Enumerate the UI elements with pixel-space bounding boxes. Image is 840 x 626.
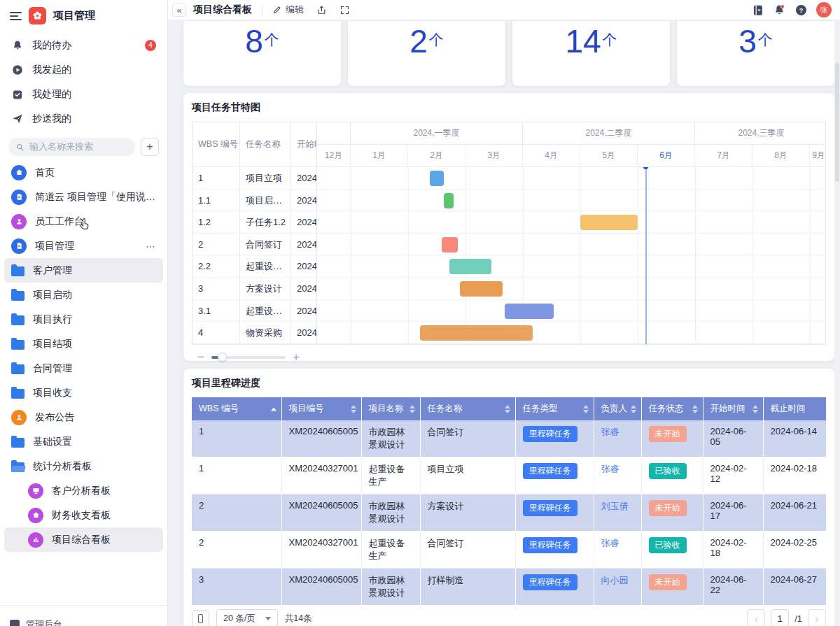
sidebar-item-13[interactable]: 统计分析看板 bbox=[4, 454, 163, 478]
column-header-任务类型[interactable]: 任务类型 bbox=[515, 397, 594, 420]
stat-card-1[interactable]: 8个 bbox=[183, 21, 341, 86]
hamburger-menu-icon[interactable] bbox=[10, 12, 22, 20]
sidebar-item-1[interactable]: 首页 bbox=[4, 160, 163, 185]
gantt-bar-方案设计[interactable] bbox=[460, 281, 503, 297]
stat-unit: 个 bbox=[265, 30, 279, 86]
help-button[interactable]: ? bbox=[794, 3, 808, 17]
table-row[interactable]: 3XM20240605005市政园林景观设计打样制造里程碑任务向小园未开始202… bbox=[192, 569, 826, 606]
sort-desc-icon bbox=[505, 410, 510, 413]
owner-link[interactable]: 张睿 bbox=[601, 538, 620, 548]
gantt-bar-项目启动会[interactable] bbox=[444, 193, 454, 208]
edit-button[interactable]: 编辑 bbox=[272, 3, 304, 16]
milestone-table-wrap: WBS 编号项目编号项目名称任务名称任务类型负责人任务状态开始时间截止时间1XM… bbox=[192, 397, 826, 611]
gantt-bar-物资采购[interactable] bbox=[420, 325, 533, 341]
home-icon bbox=[11, 165, 27, 180]
task-type-badge[interactable]: 里程碑任务 bbox=[523, 574, 578, 590]
gantt-cell: 方案设计 bbox=[240, 278, 291, 299]
sidebar-item-2[interactable]: 简道云 项目管理「使用说明」 bbox=[4, 185, 163, 209]
gantt-bar-子任务1.2[interactable] bbox=[580, 215, 638, 230]
sidebar-item-7[interactable]: 项目执行 bbox=[4, 307, 163, 332]
table-row[interactable]: 2XM20240327001起重设备生产合同签订里程碑任务张睿已验收2024-0… bbox=[192, 532, 826, 569]
column-header-负责人[interactable]: 负责人 bbox=[594, 397, 641, 420]
search-input[interactable]: 输入名称来搜索 bbox=[8, 138, 135, 156]
gantt-bar-起重设备生产[interactable] bbox=[505, 304, 554, 319]
sidebar-item-11[interactable]: 发布公告 bbox=[4, 405, 163, 429]
gantt-cell: 1 bbox=[192, 167, 240, 189]
sort-icon bbox=[410, 405, 415, 413]
task-type-badge[interactable]: 里程碑任务 bbox=[523, 426, 578, 442]
zoom-slider[interactable] bbox=[211, 353, 286, 362]
page-size-select[interactable]: 20 条/页 bbox=[216, 609, 278, 626]
prev-page-button[interactable]: ‹ bbox=[747, 609, 765, 626]
gantt-cell: 1.2 bbox=[192, 211, 240, 233]
column-header-任务状态[interactable]: 任务状态 bbox=[641, 397, 703, 420]
column-header-任务名称[interactable]: 任务名称 bbox=[420, 397, 515, 420]
share-button[interactable] bbox=[316, 5, 327, 15]
main-header: « 项目综合看板 编辑 bbox=[168, 0, 840, 20]
task-type-badge[interactable]: 里程碑任务 bbox=[523, 500, 578, 516]
column-header-项目名称[interactable]: 项目名称 bbox=[361, 397, 420, 420]
gantt-bar-合同签订[interactable] bbox=[442, 237, 457, 252]
cell-task-type: 里程碑任务 bbox=[515, 532, 594, 569]
doc-icon bbox=[11, 190, 27, 205]
owner-link[interactable]: 张睿 bbox=[601, 427, 620, 437]
person-icon bbox=[11, 410, 27, 425]
cell-project-name: 市政园林景观设计 bbox=[361, 495, 420, 532]
sidebar-item-14[interactable]: 客户分析看板 bbox=[4, 478, 163, 503]
sidebar-item-16[interactable]: 项目综合看板 bbox=[4, 527, 163, 552]
contacts-button[interactable] bbox=[751, 3, 764, 17]
sidebar-menu-1[interactable]: 我的待办4 bbox=[0, 33, 167, 57]
column-header-截止时间[interactable]: 截止时间 bbox=[763, 397, 826, 420]
fullscreen-button[interactable] bbox=[340, 5, 350, 15]
app-logo-icon[interactable] bbox=[29, 7, 46, 24]
stat-card-2[interactable]: 2个 bbox=[348, 21, 505, 86]
sidebar-item-4[interactable]: 项目管理⋯ bbox=[4, 234, 163, 258]
zoom-slider-handle[interactable] bbox=[218, 353, 227, 362]
sidebar-item-10[interactable]: 项目收支 bbox=[4, 380, 163, 405]
owner-link[interactable]: 张睿 bbox=[601, 464, 620, 474]
column-header-WBS 编号[interactable]: WBS 编号 bbox=[192, 397, 281, 420]
add-app-button[interactable]: + bbox=[141, 138, 159, 156]
collapse-panel-button[interactable]: « bbox=[172, 3, 186, 17]
cell-task-name: 合同签订 bbox=[420, 420, 515, 457]
next-page-button[interactable]: › bbox=[808, 609, 826, 626]
sidebar-menu-4[interactable]: 抄送我的 bbox=[0, 106, 167, 131]
notifications-button[interactable] bbox=[773, 3, 786, 17]
admin-console-item[interactable]: 管理后台 bbox=[0, 613, 72, 626]
sidebar-item-12[interactable]: 基础设置 bbox=[4, 429, 163, 454]
page-scrollbar[interactable] bbox=[835, 63, 839, 182]
sidebar-item-6[interactable]: 项目启动 bbox=[4, 283, 163, 307]
sidebar-item-3[interactable]: 员工工作台 bbox=[4, 209, 163, 234]
sidebar-item-9[interactable]: 合同管理 bbox=[4, 356, 163, 380]
column-header-开始时间[interactable]: 开始时间 bbox=[703, 397, 763, 420]
gantt-bar-项目立项[interactable] bbox=[430, 171, 444, 186]
gantt-column-header: 开始时间 bbox=[291, 122, 317, 166]
more-options-icon[interactable]: ⋯ bbox=[146, 241, 156, 252]
user-avatar[interactable]: 张 bbox=[816, 2, 832, 17]
stat-card-3[interactable]: 14个 bbox=[512, 21, 670, 86]
gantt-panel: 项目任务甘特图 WBS 编号任务名称开始时间2024,一季度2024,二季度20… bbox=[183, 93, 834, 361]
gantt-bar-起重设备生产[interactable] bbox=[449, 259, 491, 274]
sidebar-menu-2[interactable]: 我发起的 bbox=[0, 57, 167, 82]
owner-link[interactable]: 向小园 bbox=[601, 575, 629, 585]
gantt-body: 1项目立项2024-02-121.1项目启动会2024-02-191.2子任务1… bbox=[192, 167, 825, 344]
cell-owner: 刘玉倩 bbox=[594, 495, 641, 532]
sort-desc-icon bbox=[583, 410, 589, 413]
page-number-input[interactable]: 1 bbox=[771, 609, 789, 626]
task-type-badge[interactable]: 里程碑任务 bbox=[523, 463, 578, 479]
table-row[interactable]: 1XM20240605005市政园林景观设计合同签订里程碑任务张睿未开始2024… bbox=[192, 420, 826, 457]
sidebar-item-5[interactable]: 客户管理 bbox=[4, 258, 163, 283]
cell-task-type: 里程碑任务 bbox=[515, 495, 594, 532]
zoom-in-button[interactable]: + bbox=[293, 351, 300, 363]
sidebar-menu-3[interactable]: 我处理的 bbox=[0, 82, 167, 106]
column-settings-button[interactable] bbox=[192, 610, 209, 626]
zoom-out-button[interactable]: − bbox=[197, 351, 204, 363]
table-row[interactable]: 1XM20240327001起重设备生产项目立项里程碑任务张睿已验收2024-0… bbox=[192, 457, 826, 495]
task-type-badge[interactable]: 里程碑任务 bbox=[523, 537, 578, 553]
owner-link[interactable]: 刘玉倩 bbox=[601, 501, 629, 511]
sidebar-item-8[interactable]: 项目结项 bbox=[4, 332, 163, 356]
column-header-项目编号[interactable]: 项目编号 bbox=[281, 397, 361, 420]
table-row[interactable]: 2XM20240605005市政园林景观设计方案设计里程碑任务刘玉倩未开始202… bbox=[192, 495, 826, 532]
sidebar-item-15[interactable]: 财务收支看板 bbox=[4, 503, 163, 527]
stat-card-4[interactable]: 3个 bbox=[677, 21, 834, 86]
